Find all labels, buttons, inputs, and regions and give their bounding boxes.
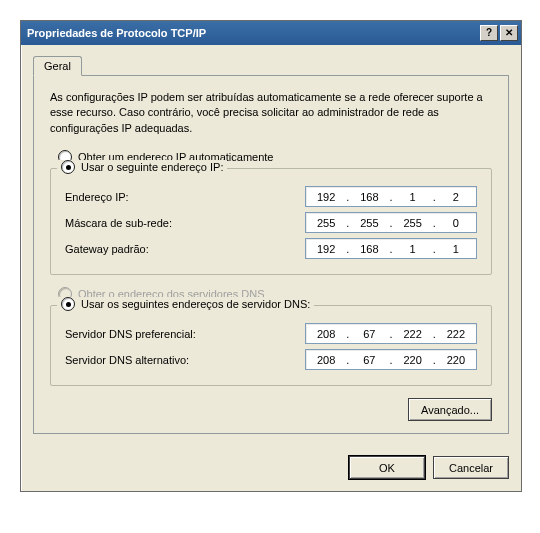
input-ip-address[interactable]: . . . bbox=[305, 186, 477, 207]
mask-o3[interactable] bbox=[393, 216, 433, 230]
dns-pref-o2[interactable] bbox=[349, 327, 389, 341]
description-text: As configurações IP podem ser atribuídas… bbox=[50, 90, 492, 136]
input-dns-preferred[interactable]: . . . bbox=[305, 323, 477, 344]
group-dns-manual: Usar os seguintes endereços de servidor … bbox=[50, 305, 492, 386]
titlebar[interactable]: Propriedades de Protocolo TCP/IP ? ✕ bbox=[21, 21, 521, 45]
question-icon: ? bbox=[486, 28, 492, 38]
radio-dns-manual-label: Usar os seguintes endereços de servidor … bbox=[81, 298, 310, 310]
ip-address-o2[interactable] bbox=[349, 190, 389, 204]
tcpip-properties-dialog: Propriedades de Protocolo TCP/IP ? ✕ Ger… bbox=[20, 20, 522, 492]
tab-general-label: Geral bbox=[44, 60, 71, 72]
titlebar-buttons: ? ✕ bbox=[480, 25, 518, 41]
dns-pref-o1[interactable] bbox=[306, 327, 346, 341]
label-dns-alternate: Servidor DNS alternativo: bbox=[65, 354, 305, 366]
input-gateway[interactable]: . . . bbox=[305, 238, 477, 259]
mask-o4[interactable] bbox=[436, 216, 476, 230]
radio-icon bbox=[61, 160, 75, 174]
dns-pref-o4[interactable] bbox=[436, 327, 476, 341]
mask-o1[interactable] bbox=[306, 216, 346, 230]
ok-button[interactable]: OK bbox=[349, 456, 425, 479]
help-button[interactable]: ? bbox=[480, 25, 498, 41]
dns-alt-o4[interactable] bbox=[436, 353, 476, 367]
label-ip-address: Endereço IP: bbox=[65, 191, 305, 203]
ip-address-o4[interactable] bbox=[436, 190, 476, 204]
ok-button-label: OK bbox=[379, 462, 395, 474]
gateway-o4[interactable] bbox=[436, 242, 476, 256]
tab-general[interactable]: Geral bbox=[33, 56, 82, 76]
gateway-o3[interactable] bbox=[393, 242, 433, 256]
cancel-button-label: Cancelar bbox=[449, 462, 493, 474]
mask-o2[interactable] bbox=[349, 216, 389, 230]
tab-panel-general: As configurações IP podem ser atribuídas… bbox=[33, 75, 509, 434]
radio-dns-manual[interactable]: Usar os seguintes endereços de servidor … bbox=[57, 297, 314, 311]
radio-ip-manual[interactable]: Usar o seguinte endereço IP: bbox=[57, 160, 227, 174]
cancel-button[interactable]: Cancelar bbox=[433, 456, 509, 479]
tabstrip: Geral bbox=[33, 56, 509, 76]
window-title: Propriedades de Protocolo TCP/IP bbox=[27, 27, 206, 39]
dialog-footer: OK Cancelar bbox=[21, 446, 521, 491]
label-gateway: Gateway padrão: bbox=[65, 243, 305, 255]
advanced-button[interactable]: Avançado... bbox=[408, 398, 492, 421]
close-button[interactable]: ✕ bbox=[500, 25, 518, 41]
dns-alt-o2[interactable] bbox=[349, 353, 389, 367]
ip-address-o3[interactable] bbox=[393, 190, 433, 204]
gateway-o2[interactable] bbox=[349, 242, 389, 256]
radio-ip-manual-label: Usar o seguinte endereço IP: bbox=[81, 161, 223, 173]
dns-pref-o3[interactable] bbox=[393, 327, 433, 341]
group-ip-manual: Usar o seguinte endereço IP: Endereço IP… bbox=[50, 168, 492, 275]
dns-alt-o3[interactable] bbox=[393, 353, 433, 367]
radio-icon bbox=[61, 297, 75, 311]
input-subnet-mask[interactable]: . . . bbox=[305, 212, 477, 233]
input-dns-alternate[interactable]: . . . bbox=[305, 349, 477, 370]
label-subnet-mask: Máscara de sub-rede: bbox=[65, 217, 305, 229]
close-icon: ✕ bbox=[505, 28, 513, 38]
advanced-button-label: Avançado... bbox=[421, 404, 479, 416]
gateway-o1[interactable] bbox=[306, 242, 346, 256]
ip-address-o1[interactable] bbox=[306, 190, 346, 204]
label-dns-preferred: Servidor DNS preferencial: bbox=[65, 328, 305, 340]
dns-alt-o1[interactable] bbox=[306, 353, 346, 367]
